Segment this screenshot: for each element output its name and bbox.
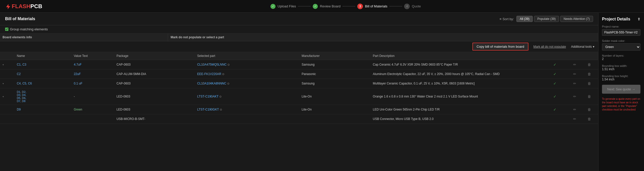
table-row: ▾ D1, D2, D3, D4, D5, D6, D7, D8 - LED-0… <box>0 88 598 105</box>
group-checkbox[interactable] <box>5 28 8 31</box>
row-check-c2: ✓ <box>553 72 556 76</box>
logo-flash <box>5 3 12 9</box>
step-check-review: ✓ <box>313 4 318 9</box>
filter-tab-all[interactable]: All (39) <box>516 16 533 22</box>
additional-tools-button[interactable]: Additional tools ▾ <box>571 45 594 48</box>
row-mfr-c4c5c6: Samsung <box>299 79 370 88</box>
row-mfr-c1c3: Samsung <box>299 60 370 69</box>
panel-layers-row: Number of layers: 2 <box>602 54 640 61</box>
row-edit-d9[interactable]: ✏ <box>572 107 577 112</box>
nav-step-review-label: Review Board <box>320 4 340 8</box>
row-edit-usb[interactable]: ✏ <box>572 116 577 121</box>
step-divider-3 <box>389 6 402 6</box>
panel-bbox-height-row: Bounding box height: 1.54 inch <box>602 75 640 81</box>
filter-tab-needs-attention[interactable]: Needs Attention (7) <box>560 16 593 22</box>
copy-bom-button[interactable]: Copy bill of materials from board <box>472 43 528 51</box>
step-divider-1 <box>298 6 311 6</box>
row-name-usb <box>14 114 71 124</box>
row-name-d1d8: D1, D2, D3, D4, D5, D6, D7, D8 <box>14 88 71 105</box>
sort-controls: ≡ Sort by: All (39) Populate (39) Needs … <box>500 16 593 22</box>
row-package-c2: CAP-ALUM-5MM-DIA <box>114 69 195 79</box>
filter-icon: ≡ <box>500 17 502 21</box>
logo: FLASHPCB <box>5 3 42 9</box>
row-desc-c4c5c6: Multilayer Ceramic Capacitor, 0.1 uF, 25… <box>370 79 551 88</box>
row-value-c1c3: 4.7uF <box>71 60 114 69</box>
row-del-d9[interactable]: 🗑 <box>586 107 592 112</box>
row-edit-c1c3[interactable]: ✏ <box>572 62 577 67</box>
table-row: C2 22uF CAP-ALUM-5MM-DIA EEE-FK1V220AR ⊙… <box>0 69 598 79</box>
expand-icon-d1d8[interactable]: ▾ <box>3 95 4 98</box>
nav-step-quote[interactable]: 4 Quote <box>404 4 421 9</box>
svg-marker-0 <box>6 4 10 9</box>
row-desc-d1d8: Orange 1.6 x 0.8 x 0.8 mm 130° Water Cle… <box>370 88 551 105</box>
next-quote-button[interactable]: Next: See quote → <box>602 85 640 94</box>
row-value-usb <box>71 114 114 124</box>
row-selected-usb <box>195 114 299 124</box>
row-del-usb[interactable]: 🗑 <box>586 116 592 121</box>
next-btn-text: Next: See quote → <box>605 87 638 91</box>
bom-table: Name Value Text Package Selected part Ma <box>0 52 598 124</box>
row-del-c4c5c6[interactable]: 🗑 <box>586 81 592 86</box>
group-bar: Group matching elements <box>0 25 598 33</box>
nav-step-review[interactable]: ✓ Review Board <box>313 4 340 9</box>
expand-icon-c1c3[interactable]: ▾ <box>3 63 4 66</box>
solder-mask-select[interactable]: Green Red Blue Black White <box>602 43 640 51</box>
step-divider-2 <box>342 6 355 6</box>
col-edit-header <box>570 52 584 60</box>
row-name-c1c3: C1, C3 <box>14 60 71 69</box>
table-row: ▾ C4, C5, C6 0.1 uF CAP-0603 CL10A104KA8… <box>0 79 598 88</box>
row-edit-c4c5c6[interactable]: ✏ <box>572 81 577 86</box>
col-desc-header: Part Description <box>370 52 551 60</box>
filter-tab-populate[interactable]: Populate (39) <box>534 16 559 22</box>
row-selected-c2: EEE-FK1V220AR ⊙ <box>195 69 299 79</box>
row-value-c4c5c6: 0.1 uF <box>71 79 114 88</box>
row-name-c4c5c6: C4, C5, C6 <box>14 79 71 88</box>
row-edit-d1d8[interactable]: ✏ <box>572 94 577 99</box>
row-check-d1d8: ✓ <box>553 94 556 99</box>
chevron-down-icon: ▾ <box>593 45 594 48</box>
row-edit-c2[interactable]: ✏ <box>572 71 577 77</box>
step-num-quote: 4 <box>404 4 410 9</box>
logo-text-flash: FLASH <box>12 3 30 10</box>
row-value-d9: Green <box>71 105 114 114</box>
row-selected-d1d8: LTST-C190AKT ⊙ <box>195 88 299 105</box>
nav-step-bom-label: Bill of Materials <box>365 4 387 8</box>
row-desc-usb: USB Connector, Micro USB Type B, USB 2.0 <box>370 114 551 124</box>
sort-label: ≡ Sort by: <box>500 17 514 21</box>
row-mfr-d9: Lite-On <box>299 105 370 114</box>
row-del-c2[interactable]: 🗑 <box>586 71 592 77</box>
row-package-c1c3: CAP-0603 <box>114 60 195 69</box>
col-del-header <box>584 52 598 60</box>
mark-no-populate-button[interactable]: Mark all do not populate <box>533 45 566 48</box>
filter-tabs: All (39) Populate (39) Needs Attention (… <box>516 16 593 22</box>
table-row: USB-MICRO-B-SMT- USB Connector, Micro US… <box>0 114 598 124</box>
col-name-header: Name <box>14 52 71 60</box>
row-del-d1d8[interactable]: 🗑 <box>586 94 592 99</box>
table-body: ▾ C1, C3 4.7uF CAP-0603 CL10A475MQ5LNNC … <box>0 60 598 124</box>
table-wrapper: Name Value Text Package Selected part Ma <box>0 52 598 171</box>
group-label[interactable]: Group matching elements <box>5 27 48 31</box>
row-mfr-usb <box>299 114 370 124</box>
step-num-bom: 3 <box>357 4 363 9</box>
solder-mask-label: Solder mask color: <box>602 39 640 42</box>
col-header-board: Board elements info <box>0 33 168 41</box>
col-check-header <box>551 52 570 60</box>
expand-icon-c4c5c6[interactable]: ▾ <box>3 82 4 85</box>
row-value-d1d8: - <box>71 88 114 105</box>
top-nav: FLASHPCB ✓ Upload Files ✓ Review Board 3… <box>0 0 644 13</box>
project-name-input[interactable] <box>602 29 640 36</box>
nav-step-upload[interactable]: ✓ Upload Files <box>270 4 296 9</box>
row-desc-c2: Aluminum Electrolytic Capacitor, 22 uF, … <box>370 69 551 79</box>
nav-step-bom[interactable]: 3 Bill of Materials <box>357 4 387 9</box>
share-icon[interactable]: ⬆ <box>637 17 640 21</box>
row-del-c1c3[interactable]: 🗑 <box>586 62 592 67</box>
panel-solder-mask-field: Solder mask color: Green Red Blue Black … <box>602 39 640 51</box>
row-package-c4c5c6: CAP-0603 <box>114 79 195 88</box>
table-row: ▾ C1, C3 4.7uF CAP-0603 CL10A475MQ5LNNC … <box>0 60 598 69</box>
panel-title: Project Details ⬆ <box>602 17 640 21</box>
row-desc-c1c3: Cap Ceramic 4.7uF 6.3V X5R 20% SMD 0603 … <box>370 60 551 69</box>
row-selected-d9: LTST-C190GKT ⊙ <box>195 105 299 114</box>
project-name-label: Project name: <box>602 25 640 28</box>
nav-steps: ✓ Upload Files ✓ Review Board 3 Bill of … <box>52 4 639 9</box>
row-selected-c4c5c6: CL10A104KA8NNNC ⊙ <box>195 79 299 88</box>
